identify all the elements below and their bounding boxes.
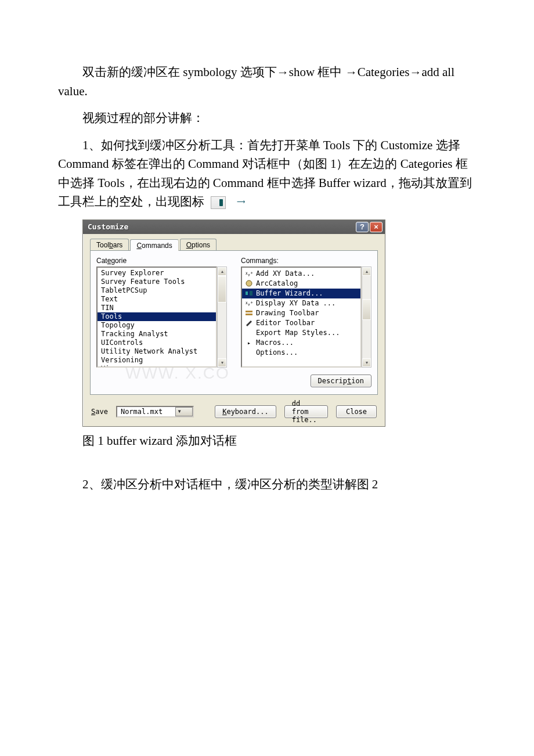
- chevron-down-icon[interactable]: ▼: [175, 407, 193, 416]
- command-label: Export Map Styles...: [256, 329, 340, 337]
- list-item[interactable]: Text: [98, 295, 216, 304]
- buffer-wizard-toolbar-icon: [211, 196, 226, 209]
- list-item[interactable]: Tracking Analyst: [98, 330, 216, 339]
- customize-dialog: Customize ? × Toolbars Commands Options: [82, 219, 385, 427]
- list-item[interactable]: TabletPCSup: [98, 286, 216, 295]
- scroll-down-icon[interactable]: ▾: [362, 358, 371, 367]
- save-in-value: Normal.mxt: [117, 408, 175, 416]
- keyboard-button[interactable]: Keyboard...: [215, 405, 276, 418]
- paragraph-4: 2、缓冲区分析中对话框中，缓冲区分析的类型讲解图 2: [58, 475, 476, 494]
- list-item[interactable]: View: [98, 365, 216, 368]
- list-item[interactable]: Export Map Styles...: [242, 328, 360, 338]
- arccatalog-icon: [244, 279, 254, 287]
- list-item[interactable]: ▸Macros...: [242, 338, 360, 348]
- svg-rect-2: [250, 291, 252, 296]
- command-label: Add XY Data...: [256, 269, 315, 278]
- categories-scrollbar[interactable]: ▴ ▾: [217, 267, 227, 368]
- commands-label: Commands:: [241, 257, 371, 265]
- list-item[interactable]: Drawing Toolbar: [242, 308, 360, 318]
- list-item[interactable]: TIN: [98, 304, 216, 312]
- tab-commands[interactable]: Commands: [130, 239, 178, 251]
- tab-toolbars[interactable]: Toolbars: [90, 239, 129, 250]
- paragraph-2: 视频过程的部分讲解：: [58, 109, 476, 128]
- figure-1-caption: 图 1 buffer wizard 添加对话框: [58, 431, 476, 451]
- scroll-up-icon[interactable]: ▴: [362, 267, 371, 276]
- paragraph-1: 双击新的缓冲区在 symbology 选项下→show 框中 →Categori…: [58, 63, 476, 100]
- command-label: Buffer Wizard...: [256, 289, 323, 298]
- toolbar-icon: [244, 309, 254, 317]
- save-in-label: Save: [91, 408, 108, 416]
- add-from-file-button[interactable]: dd from file..: [284, 405, 328, 418]
- dialog-tabs: Toolbars Commands Options: [90, 239, 378, 251]
- list-item[interactable]: Survey Feature Tools: [98, 278, 216, 286]
- svg-point-0: [246, 280, 252, 286]
- list-item[interactable]: Utility Network Analyst: [98, 347, 216, 356]
- commands-listbox[interactable]: ᵡᵧ⁺Add XY Data...ArcCatalogBuffer Wizard…: [241, 267, 362, 368]
- command-label: Display XY Data ...: [256, 299, 335, 308]
- dialog-titlebar: Customize ? ×: [83, 220, 385, 234]
- categories-column: Categorie Survey ExplorerSurvey Feature …: [96, 257, 227, 368]
- svg-rect-4: [246, 314, 252, 315]
- command-label: Editor Toolbar: [256, 319, 315, 327]
- command-label: ArcCatalog: [256, 279, 298, 288]
- arrow-icon: ▸: [244, 339, 254, 347]
- close-button[interactable]: Close: [336, 405, 377, 418]
- tab-commands-underline: C: [136, 242, 142, 250]
- tab-panel-commands: Categorie Survey ExplorerSurvey Feature …: [90, 251, 378, 395]
- svg-rect-1: [246, 291, 248, 295]
- list-item[interactable]: UIControls: [98, 339, 216, 347]
- list-item[interactable]: Survey Explorer: [98, 269, 216, 278]
- command-label: Options...: [256, 348, 298, 357]
- paragraph-3: 1、如何找到缓冲区分析工具：首先打开菜单 Tools 下的 Customize …: [58, 136, 476, 211]
- editor-icon: [244, 319, 254, 327]
- categories-label: Categorie: [96, 257, 227, 265]
- list-item[interactable]: Options...: [242, 348, 360, 358]
- paragraph-3-text: 1、如何找到缓冲区分析工具：首先打开菜单 Tools 下的 Customize …: [58, 138, 472, 209]
- categories-listbox[interactable]: Survey ExplorerSurvey Feature ToolsTable…: [96, 267, 217, 368]
- scroll-down-icon[interactable]: ▾: [218, 358, 226, 367]
- list-item[interactable]: Tools: [98, 312, 216, 321]
- scroll-thumb[interactable]: [362, 299, 371, 320]
- list-item[interactable]: ᵡᵧ⁺Add XY Data...: [242, 269, 360, 279]
- scroll-up-icon[interactable]: ▴: [218, 267, 226, 276]
- xy-plus-icon: ᵡᵧ⁺: [244, 299, 254, 308]
- list-item[interactable]: Versioning: [98, 356, 216, 365]
- list-item[interactable]: ᵡᵧ⁺Display XY Data ...: [242, 298, 360, 308]
- xy-plus-icon: ᵡᵧ⁺: [244, 269, 254, 278]
- command-label: Macros...: [256, 339, 294, 347]
- scroll-thumb[interactable]: [218, 276, 226, 303]
- dialog-bottom-row: Save Normal.mxt ▼ Keyboard... dd from fi…: [90, 405, 378, 418]
- help-button[interactable]: ?: [356, 222, 369, 232]
- commands-scrollbar[interactable]: ▴ ▾: [362, 267, 371, 368]
- buffer-icon: [244, 289, 254, 297]
- list-item[interactable]: ArcCatalog: [242, 279, 360, 289]
- svg-rect-3: [246, 311, 252, 312]
- tab-options[interactable]: Options: [180, 239, 217, 250]
- list-item[interactable]: Buffer Wizard...: [242, 289, 360, 298]
- list-item[interactable]: Topology: [98, 321, 216, 330]
- description-button[interactable]: Description: [311, 375, 372, 387]
- dialog-title: Customize: [88, 222, 355, 231]
- list-item[interactable]: Editor Toolbar: [242, 318, 360, 328]
- close-icon[interactable]: ×: [370, 222, 383, 232]
- command-label: Drawing Toolbar: [256, 309, 319, 318]
- commands-column: Commands: ᵡᵧ⁺Add XY Data...ArcCatalogBuf…: [241, 257, 371, 368]
- save-in-combo[interactable]: Normal.mxt ▼: [116, 406, 194, 417]
